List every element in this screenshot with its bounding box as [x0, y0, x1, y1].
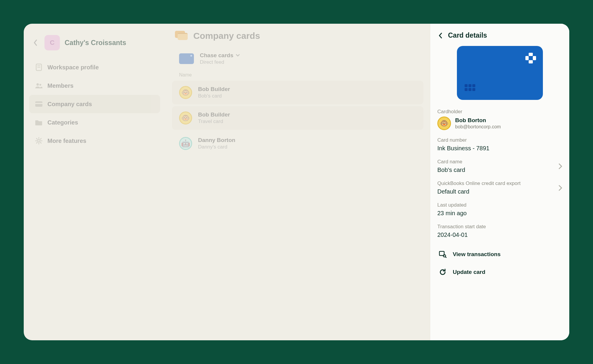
workspace-avatar[interactable]: C	[44, 35, 60, 50]
card-row-sub: Danny's card	[198, 144, 235, 150]
card-number-value: Ink Business - 7891	[437, 145, 562, 152]
feed-name: Chase cards	[200, 52, 240, 59]
card-icon	[35, 100, 43, 108]
export-value: Default card	[437, 188, 521, 195]
main-content: Company cards Chase cards Direct feed Na…	[165, 24, 430, 340]
card-row-sub: Bob's card	[198, 93, 230, 99]
card-number-label: Card number	[437, 137, 562, 143]
sidebar-item-workspace-profile[interactable]: Workspace profile	[29, 58, 160, 76]
chevron-down-icon	[236, 54, 240, 57]
sidebar-item-members[interactable]: Members	[29, 76, 160, 95]
refresh-icon	[439, 268, 447, 276]
feed-selector[interactable]: Chase cards Direct feed	[172, 50, 423, 71]
last-updated-value: 23 min ago	[437, 210, 562, 217]
svg-rect-6	[35, 103, 42, 104]
chevron-right-icon	[559, 163, 562, 169]
card-name-value: Bob's card	[437, 167, 465, 173]
start-date-section: Transaction start date 2024-04-01	[437, 224, 562, 238]
card-row-name: Bob Builder	[198, 111, 230, 118]
card-list-row[interactable]: 🤖 Danny Borton Danny's card	[172, 132, 423, 155]
sidebar-item-label: Workspace profile	[47, 64, 99, 71]
update-card-button[interactable]: Update card	[437, 263, 562, 281]
user-avatar-icon: 🐵	[179, 111, 192, 124]
last-updated-label: Last updated	[437, 202, 562, 208]
svg-rect-10	[529, 60, 533, 63]
card-visual	[437, 46, 562, 100]
svg-line-14	[445, 257, 446, 258]
card-chip-icon	[465, 84, 475, 91]
company-cards-icon	[175, 31, 188, 41]
chase-logo-icon	[525, 52, 537, 64]
svg-rect-11	[525, 56, 529, 60]
svg-point-7	[38, 140, 40, 142]
export-row[interactable]: QuickBooks Online credit card export Def…	[437, 181, 562, 195]
list-column-header: Name	[172, 71, 423, 81]
update-card-label: Update card	[453, 269, 485, 275]
back-icon[interactable]	[437, 32, 444, 39]
svg-point-3	[36, 83, 39, 86]
card-list-row[interactable]: 🐵 Bob Builder Bob's card	[172, 81, 423, 104]
user-avatar-icon: 🐵	[437, 116, 451, 130]
export-label: QuickBooks Online credit card export	[437, 181, 521, 186]
svg-rect-9	[533, 56, 536, 60]
card-row-name: Danny Borton	[198, 137, 235, 143]
panel-header: Card details	[437, 31, 562, 39]
card-number-section: Card number Ink Business - 7891	[437, 137, 562, 152]
feed-subtitle: Direct feed	[200, 59, 240, 65]
sidebar-item-label: Company cards	[47, 101, 92, 108]
view-transactions-button[interactable]: View transactions	[437, 245, 562, 263]
panel-title: Card details	[448, 31, 487, 39]
cardholder-label: Cardholder	[437, 109, 562, 115]
card-name-row[interactable]: Card name Bob's card	[437, 159, 562, 173]
members-icon	[35, 82, 43, 90]
last-updated-section: Last updated 23 min ago	[437, 202, 562, 217]
sidebar-item-label: Members	[47, 82, 74, 89]
cardholder-section: Cardholder 🐵 Bob Borton bob@bortoncorp.c…	[437, 109, 562, 130]
card-row-sub: Travel card	[198, 119, 230, 124]
svg-point-4	[39, 84, 41, 86]
sidebar-item-more-features[interactable]: More features	[29, 132, 160, 150]
workspace-avatar-letter: C	[50, 39, 55, 47]
sidebar: C Cathy's Croissants Workspace profile M…	[24, 24, 165, 340]
cardholder-row[interactable]: 🐵 Bob Borton bob@bortoncorp.com	[437, 116, 562, 130]
sidebar-item-label: More features	[47, 138, 86, 144]
folder-icon	[35, 119, 43, 126]
page-header: Company cards	[172, 31, 423, 50]
user-avatar-icon: 🤖	[179, 137, 192, 150]
view-transactions-label: View transactions	[453, 251, 500, 258]
back-icon[interactable]	[31, 39, 40, 47]
card-list-row[interactable]: 🐵 Bob Builder Travel card	[172, 106, 423, 130]
card-list: 🐵 Bob Builder Bob's card 🐵 Bob Builder T…	[172, 81, 423, 155]
chevron-right-icon	[559, 185, 562, 191]
feed-card-icon	[179, 53, 194, 64]
card-details-panel: Card details Cardholder 🐵 Bob Bo	[430, 24, 569, 340]
card-row-name: Bob Builder	[198, 86, 230, 92]
start-date-label: Transaction start date	[437, 224, 562, 230]
workspace-name[interactable]: Cathy's Croissants	[65, 39, 126, 47]
feed-name-text: Chase cards	[200, 52, 233, 59]
sidebar-item-categories[interactable]: Categories	[29, 113, 160, 132]
card-name-label: Card name	[437, 159, 465, 165]
page-title: Company cards	[193, 31, 260, 41]
gear-icon	[35, 137, 43, 145]
sidebar-header: C Cathy's Croissants	[29, 32, 160, 58]
cardholder-name: Bob Borton	[455, 117, 501, 124]
user-avatar-icon: 🐵	[179, 86, 192, 99]
cardholder-email: bob@bortoncorp.com	[455, 124, 501, 130]
svg-rect-8	[529, 53, 533, 56]
sidebar-item-label: Categories	[47, 119, 78, 126]
receipt-search-icon	[439, 250, 447, 258]
profile-icon	[35, 63, 43, 71]
start-date-value: 2024-04-01	[437, 232, 562, 238]
app-window: C Cathy's Croissants Workspace profile M…	[24, 24, 569, 340]
sidebar-item-company-cards[interactable]: Company cards	[29, 95, 160, 113]
